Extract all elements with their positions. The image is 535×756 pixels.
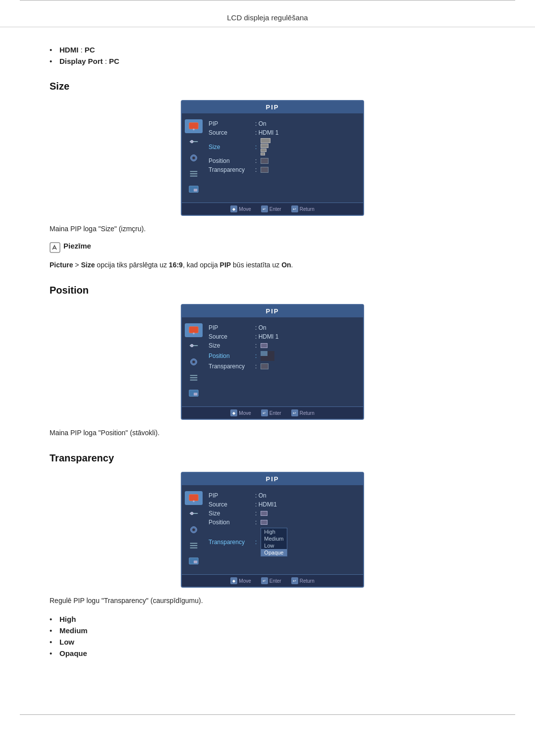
trans-enter-icon: ↵ — [261, 577, 268, 584]
size-osd-icons — [182, 117, 206, 199]
transparency-osd-icons — [182, 489, 206, 570]
svg-rect-6 — [190, 171, 198, 172]
size-osd-body: PIP : On Source : HDMI 1 Size : — [182, 113, 363, 202]
svg-point-5 — [192, 156, 195, 159]
trans-bullet-medium: Medium — [50, 625, 495, 636]
bullet-dp-sep: : — [105, 57, 109, 65]
osd-icon-settings[interactable] — [185, 151, 203, 165]
transparency-osd-menu: PIP — [181, 472, 364, 588]
trans-footer-enter: ↵ Enter — [261, 577, 281, 584]
header-title: LCD displeja regulēšana — [227, 13, 308, 22]
bottom-rule — [20, 714, 515, 715]
transparency-osd-title: PIP — [182, 473, 363, 485]
pos-osd-icon-picture[interactable] — [185, 323, 203, 337]
pos-osd-icon-settings[interactable] — [185, 355, 203, 369]
trans-osd-icon-adjust[interactable] — [185, 507, 203, 521]
svg-rect-13 — [189, 327, 198, 333]
trans-move-icon: ◆ — [230, 577, 237, 584]
trans-osd-icon-pip[interactable] — [185, 554, 203, 568]
svg-rect-24 — [189, 495, 198, 501]
osd-row-size: Size : — [209, 137, 358, 156]
bullet-dp-value: PC — [109, 57, 119, 65]
trans-osd-icon-settings[interactable] — [185, 523, 203, 537]
size-osd-footer: ◆ Move ↵ Enter ↩ Return — [182, 202, 363, 215]
trans-return-icon: ↩ — [291, 577, 298, 584]
intro-bullet-list: HDMI : PC Display Port : PC — [50, 44, 495, 67]
osd-icon-pip[interactable] — [185, 183, 203, 197]
transparency-heading: Transparency — [50, 453, 495, 464]
bullet-hdmi-value: PC — [85, 46, 95, 54]
osd-row-source: Source : HDMI 1 — [209, 128, 358, 137]
position-osd-content: PIP : On Source : HDMI 1 Size : — [206, 321, 363, 403]
pos-osd-icon-adjust[interactable] — [185, 339, 203, 353]
osd-row-transparency: Transparency : — [209, 165, 358, 174]
svg-rect-23 — [194, 393, 197, 396]
transparency-osd-footer: ◆ Move ↵ Enter ↩ Return — [182, 574, 363, 587]
trans-osd-icon-options[interactable] — [185, 539, 203, 553]
pos-osd-row-pip: PIP : On — [209, 323, 358, 332]
position-heading: Position — [50, 285, 495, 296]
position-osd-body: PIP : On Source : HDMI 1 Size : — [182, 317, 363, 406]
osd-icon-picture[interactable] — [185, 119, 203, 133]
section-size: Size PIP — [50, 81, 495, 269]
size-osd-content: PIP : On Source : HDMI 1 Size : — [206, 117, 363, 199]
size-extra-note: Picture > Size opcija tiks pārslēgta uz … — [50, 261, 495, 269]
trans-osd-row-size: Size : — [209, 509, 358, 518]
position-osd-menu: PIP — [181, 304, 364, 420]
trans-osd-row-pip: PIP : On — [209, 491, 358, 500]
footer-move: ◆ Move — [230, 205, 251, 212]
position-osd-container: PIP — [50, 304, 495, 420]
pos-osd-icon-pip[interactable] — [185, 387, 203, 401]
trans-bullet-high: High — [50, 613, 495, 625]
svg-rect-34 — [194, 560, 197, 563]
svg-point-3 — [191, 140, 194, 143]
bullet-hdmi-label: HDMI — [59, 46, 78, 54]
return-icon: ↩ — [291, 205, 298, 212]
svg-rect-21 — [190, 380, 198, 381]
enter-icon: ↵ — [261, 205, 268, 212]
transparency-osd-body: PIP : On Source : HDMI1 Size : — [182, 485, 363, 574]
footer-return: ↩ Return — [291, 205, 315, 212]
bullet-hdmi-sep: : — [81, 46, 85, 54]
trans-osd-row-position: Position : — [209, 518, 358, 527]
bullet-dp-label: Display Port — [59, 57, 103, 65]
pencil-icon — [50, 242, 60, 253]
trans-option-low[interactable]: Low — [261, 542, 286, 549]
footer-enter: ↵ Enter — [261, 205, 281, 212]
osd-icon-options[interactable] — [185, 167, 203, 181]
size-caption: Maina PIP loga "Size" (izmçru). — [50, 225, 495, 233]
bullet-dp: Display Port : PC — [50, 55, 495, 67]
svg-point-14 — [193, 333, 195, 335]
trans-option-medium[interactable]: Medium — [261, 535, 286, 542]
pos-footer-move: ◆ Move — [230, 409, 251, 416]
pos-osd-row-transparency: Transparency : — [209, 362, 358, 371]
section-transparency: Transparency PIP — [50, 453, 495, 659]
pos-move-icon: ◆ — [230, 409, 237, 416]
size-note-block: Piezīme — [50, 242, 495, 253]
trans-option-opaque[interactable]: Opaque — [261, 549, 286, 556]
pos-footer-return: ↩ Return — [291, 409, 315, 416]
svg-rect-31 — [190, 545, 198, 546]
trans-label-medium: Medium — [59, 626, 88, 635]
position-osd-title: PIP — [182, 305, 363, 317]
osd-row-pip: PIP : On — [209, 119, 358, 128]
transparency-osd-content: PIP : On Source : HDMI1 Size : — [206, 489, 363, 570]
main-content: HDMI : PC Display Port : PC Size PIP — [0, 39, 535, 695]
pos-enter-icon: ↵ — [261, 409, 268, 416]
trans-option-high[interactable]: High — [261, 528, 286, 535]
size-osd-container: PIP — [50, 100, 495, 216]
note-bold: Piezīme — [63, 242, 91, 250]
size-heading: Size — [50, 81, 495, 92]
pos-osd-icon-options[interactable] — [185, 371, 203, 385]
trans-footer-move: ◆ Move — [230, 577, 251, 584]
svg-rect-19 — [190, 375, 198, 376]
svg-rect-11 — [50, 243, 60, 252]
trans-bullet-low: Low — [50, 636, 495, 648]
osd-icon-adjust[interactable] — [185, 135, 203, 149]
trans-osd-icon-picture[interactable] — [185, 491, 203, 505]
pos-return-icon: ↩ — [291, 409, 298, 416]
svg-rect-20 — [190, 377, 198, 378]
trans-label-opaque: Opaque — [59, 649, 87, 657]
trans-footer-return: ↩ Return — [291, 577, 315, 584]
size-osd-title: PIP — [182, 101, 363, 113]
